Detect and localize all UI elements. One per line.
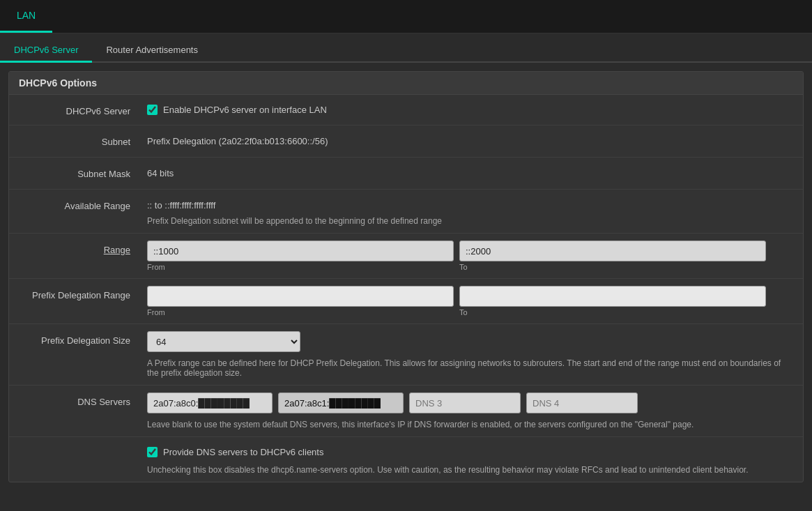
prefix-delegation-range-row: Prefix Delegation Range From To <box>9 279 803 324</box>
prefix-delegation-size-content: 48 52 56 60 64 A Prefix range can be def… <box>141 331 803 378</box>
prefix-delegation-range-content: From To <box>141 286 803 316</box>
prefix-delegation-size-select[interactable]: 48 52 56 60 64 <box>147 331 300 352</box>
prefix-delegation-from-wrap: From <box>147 286 454 316</box>
prefix-delegation-to-input[interactable] <box>459 286 766 307</box>
dns3-input[interactable] <box>409 392 521 413</box>
prefix-delegation-range-input-group: From To <box>147 286 797 316</box>
card-title: DHCPv6 Options <box>9 72 803 95</box>
provide-dns-checkbox-label: Provide DNS servers to DHCPv6 clients <box>163 447 323 457</box>
provide-dns-checkbox[interactable] <box>147 447 158 457</box>
subnet-label: Subnet <box>9 132 141 147</box>
dns4-input[interactable] <box>526 392 638 413</box>
subnet-row: Subnet Prefix Delegation (2a02:2f0a:b013… <box>9 125 803 158</box>
provide-dns-hint: Unchecking this box disables the dhcp6.n… <box>147 463 788 475</box>
subnet-content: Prefix Delegation (2a02:2f0a:b013:6600::… <box>141 132 803 150</box>
dhcpv6-server-label: DHCPv6 Server <box>9 102 141 116</box>
dhcpv6-server-checkbox-row: Enable DHCPv6 server on interface LAN <box>147 102 797 118</box>
dhcpv6-server-checkbox[interactable] <box>147 105 158 115</box>
dns1-input[interactable] <box>147 392 273 413</box>
prefix-delegation-size-label: Prefix Delegation Size <box>9 331 141 346</box>
tab-router-advertisements[interactable]: Router Advertisements <box>92 39 212 63</box>
subnet-mask-label: Subnet Mask <box>9 165 141 179</box>
dns-servers-label: DNS Servers <box>9 392 141 407</box>
prefix-delegation-from-label: From <box>147 308 454 316</box>
dhcpv6-server-checkbox-label: Enable DHCPv6 server on interface LAN <box>163 105 327 115</box>
tab-dhcpv6-server[interactable]: DHCPv6 Server <box>0 39 92 63</box>
range-row: Range From To <box>9 234 803 279</box>
provide-dns-content: Provide DNS servers to DHCPv6 clients Un… <box>141 444 803 475</box>
provide-dns-empty-label <box>9 444 141 448</box>
dns-servers-hint: Leave blank to use the system default DN… <box>147 418 788 429</box>
range-input-group: From To <box>147 241 797 271</box>
available-range-value: :: to ::ffff:ffff:ffff:ffff <box>147 197 797 214</box>
dhcpv6-server-content: Enable DHCPv6 server on interface LAN <box>141 102 803 118</box>
available-range-content: :: to ::ffff:ffff:ffff:ffff Prefix Deleg… <box>141 197 803 226</box>
available-range-label: Available Range <box>9 197 141 211</box>
range-content: From To <box>141 241 803 271</box>
provide-dns-row: Provide DNS servers to DHCPv6 clients Un… <box>9 437 803 482</box>
available-range-row: Available Range :: to ::ffff:ffff:ffff:f… <box>9 190 803 234</box>
range-from-label: From <box>147 263 454 271</box>
range-to-label: To <box>459 263 766 271</box>
top-nav: LAN <box>0 0 812 33</box>
main-content: DHCPv6 Options DHCPv6 Server Enable DHCP… <box>0 63 812 491</box>
dns2-input[interactable] <box>278 392 404 413</box>
prefix-delegation-to-wrap: To <box>459 286 766 316</box>
subnet-mask-row: Subnet Mask 64 bits <box>9 158 803 190</box>
subnet-mask-content: 64 bits <box>141 165 803 182</box>
prefix-delegation-range-label: Prefix Delegation Range <box>9 286 141 300</box>
range-from-input[interactable] <box>147 241 454 261</box>
dns-servers-content: Leave blank to use the system default DN… <box>141 392 803 429</box>
range-to-wrap: To <box>459 241 766 271</box>
prefix-delegation-from-input[interactable] <box>147 286 454 307</box>
dhcpv6-options-card: DHCPv6 Options DHCPv6 Server Enable DHCP… <box>8 71 804 482</box>
subnet-mask-value: 64 bits <box>147 165 797 182</box>
range-to-input[interactable] <box>459 241 766 261</box>
top-nav-lan[interactable]: LAN <box>0 0 52 33</box>
tab-bar: DHCPv6 Server Router Advertisements <box>0 33 812 63</box>
prefix-delegation-size-row: Prefix Delegation Size 48 52 56 60 64 A … <box>9 324 803 386</box>
available-range-hint: Prefix Delegation subnet will be appende… <box>147 214 797 226</box>
dhcpv6-server-row: DHCPv6 Server Enable DHCPv6 server on in… <box>9 95 803 125</box>
range-from-wrap: From <box>147 241 454 271</box>
prefix-delegation-to-label: To <box>459 308 766 316</box>
prefix-delegation-size-hint: A Prefix range can be defined here for D… <box>147 356 788 378</box>
range-label[interactable]: Range <box>9 241 141 255</box>
dns-inputs-row <box>147 392 797 413</box>
dns-servers-row: DNS Servers Leave blank to use the syste… <box>9 386 803 437</box>
subnet-value: Prefix Delegation (2a02:2f0a:b013:6600::… <box>147 132 797 150</box>
provide-dns-checkbox-row: Provide DNS servers to DHCPv6 clients <box>147 444 797 460</box>
